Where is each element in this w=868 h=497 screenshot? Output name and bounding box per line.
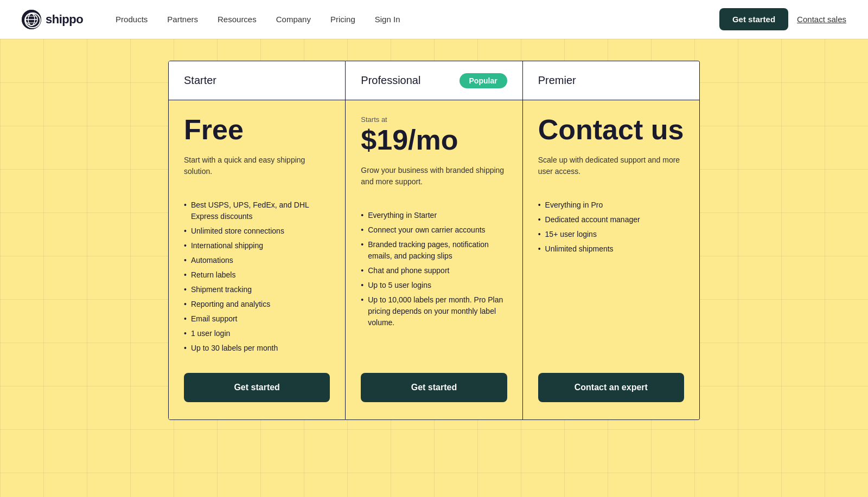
starter-card-body: Free Start with a quick and easy shippin… <box>169 100 345 419</box>
list-item: Chat and phone support <box>361 263 507 278</box>
list-item: Email support <box>184 312 330 326</box>
nav-partners[interactable]: Partners <box>167 15 198 24</box>
navbar: shippo Products Partners Resources Compa… <box>0 0 868 39</box>
list-item: Up to 30 labels per month <box>184 341 330 356</box>
starter-card-header: Starter <box>169 61 345 100</box>
list-item: Connect your own carrier accounts <box>361 223 507 237</box>
list-item: 15+ user logins <box>538 227 684 242</box>
nav-actions: Get started Contact sales <box>719 8 846 30</box>
main-content: Starter Free Start with a quick and easy… <box>0 39 868 497</box>
list-item: Unlimited store connections <box>184 224 330 238</box>
list-item: Dedicated account manager <box>538 212 684 227</box>
premier-title: Premier <box>538 74 576 87</box>
nav-get-started-button[interactable]: Get started <box>719 8 788 30</box>
nav-products[interactable]: Products <box>116 15 148 24</box>
list-item: Everything in Pro <box>538 198 684 212</box>
popular-badge: Popular <box>459 73 507 88</box>
svg-point-2 <box>28 14 35 25</box>
nav-pricing[interactable]: Pricing <box>330 15 355 24</box>
professional-features: Everything in Starter Connect your own c… <box>361 208 507 356</box>
premier-features: Everything in Pro Dedicated account mana… <box>538 198 684 356</box>
nav-contact-sales-button[interactable]: Contact sales <box>797 15 846 24</box>
list-item: Up to 10,000 labels per month. Pro Plan … <box>361 293 507 330</box>
svg-point-0 <box>22 10 41 29</box>
premier-card-header: Premier <box>523 61 699 100</box>
list-item: International shipping <box>184 238 330 253</box>
logo-icon <box>22 10 41 29</box>
logo[interactable]: shippo <box>22 10 83 29</box>
starter-price: Free <box>184 115 330 144</box>
svg-point-1 <box>25 14 37 25</box>
professional-description: Grow your business with branded shipping… <box>361 165 507 191</box>
list-item: Everything in Starter <box>361 208 507 223</box>
starter-features: Best USPS, UPS, FedEx, and DHL Express d… <box>184 198 330 356</box>
list-item: 1 user login <box>184 326 330 341</box>
starter-title: Starter <box>184 74 216 87</box>
list-item: Up to 5 user logins <box>361 278 507 293</box>
nav-signin[interactable]: Sign In <box>375 15 400 24</box>
premier-card: Premier Contact us Scale up with dedicat… <box>523 61 700 420</box>
professional-cta-button[interactable]: Get started <box>361 373 507 402</box>
professional-card: Professional Popular Starts at $19/mo Gr… <box>346 61 522 420</box>
list-item: Best USPS, UPS, FedEx, and DHL Express d… <box>184 198 330 224</box>
premier-card-body: Contact us Scale up with dedicated suppo… <box>523 100 699 419</box>
nav-resources[interactable]: Resources <box>218 15 257 24</box>
professional-title: Professional <box>361 74 420 87</box>
list-item: Return labels <box>184 268 330 282</box>
list-item: Unlimited shipments <box>538 242 684 256</box>
professional-price: $19/mo <box>361 126 507 154</box>
professional-card-body: Starts at $19/mo Grow your business with… <box>346 100 522 419</box>
logo-text: shippo <box>46 12 83 27</box>
starter-cta-button[interactable]: Get started <box>184 373 330 402</box>
starter-description: Start with a quick and easy shipping sol… <box>184 154 330 180</box>
list-item: Shipment tracking <box>184 282 330 297</box>
professional-card-header: Professional Popular <box>346 61 522 100</box>
list-item: Branded tracking pages, notification ema… <box>361 237 507 263</box>
premier-description: Scale up with dedicated support and more… <box>538 154 684 180</box>
list-item: Automations <box>184 253 330 268</box>
nav-company[interactable]: Company <box>276 15 311 24</box>
premier-price: Contact us <box>538 115 684 144</box>
pricing-container: Starter Free Start with a quick and easy… <box>168 61 700 420</box>
professional-price-label: Starts at <box>361 115 507 124</box>
list-item: Reporting and analytics <box>184 297 330 312</box>
starter-card: Starter Free Start with a quick and easy… <box>168 61 346 420</box>
premier-cta-button[interactable]: Contact an expert <box>538 373 684 402</box>
nav-links: Products Partners Resources Company Pric… <box>116 15 719 24</box>
